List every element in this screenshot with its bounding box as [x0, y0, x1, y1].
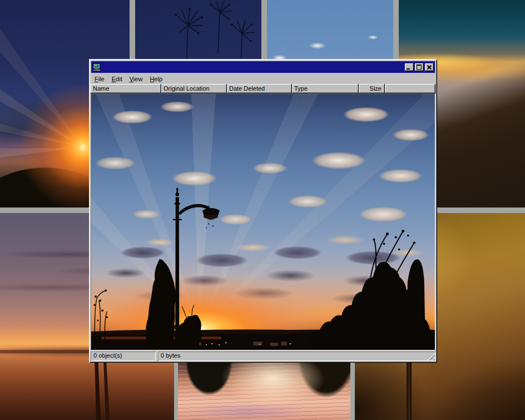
recycle-bin-window: File Edit View Help Name Original Locati…: [89, 59, 437, 363]
column-header-size[interactable]: Size: [359, 84, 385, 93]
menu-edit-rest: dit: [116, 76, 122, 82]
minimize-button[interactable]: [405, 63, 414, 71]
minimize-icon: [407, 68, 410, 70]
column-header-name[interactable]: Name: [91, 84, 161, 93]
menu-edit[interactable]: Edit: [108, 75, 126, 83]
menu-help[interactable]: Help: [146, 75, 166, 83]
column-header-type[interactable]: Type: [292, 84, 359, 93]
status-object-count: 0 object(s): [91, 352, 156, 361]
close-icon: [427, 65, 432, 70]
maximize-button[interactable]: [415, 63, 424, 71]
status-total-size: 0 bytes: [158, 352, 435, 361]
menu-bar: File Edit View Help: [91, 73, 435, 84]
column-header-original-location[interactable]: Original Location: [161, 84, 227, 93]
list-view[interactable]: [91, 93, 435, 350]
computer-icon[interactable]: [92, 63, 101, 72]
menu-edit-hotkey: E: [112, 76, 116, 82]
menu-view[interactable]: View: [126, 75, 146, 83]
column-header-date-deleted[interactable]: Date Deleted: [227, 84, 292, 93]
column-header-blank[interactable]: [385, 84, 435, 93]
photo-silhouettes: [91, 94, 435, 350]
menu-view-hotkey: V: [130, 76, 133, 82]
status-bar: 0 object(s) 0 bytes: [91, 352, 435, 361]
menu-file[interactable]: File: [91, 75, 108, 83]
desktop[interactable]: { "window": { "title": "", "titlebar_ico…: [0, 0, 525, 420]
title-bar[interactable]: [91, 61, 435, 73]
column-header-row: Name Original Location Date Deleted Type…: [91, 84, 435, 93]
close-button[interactable]: [425, 63, 434, 71]
menu-view-rest: iew: [133, 76, 143, 82]
menu-help-rest: elp: [154, 76, 162, 82]
menu-file-rest: ile: [98, 76, 105, 82]
maximize-icon: [417, 65, 422, 70]
menu-file-hotkey: F: [95, 76, 98, 82]
